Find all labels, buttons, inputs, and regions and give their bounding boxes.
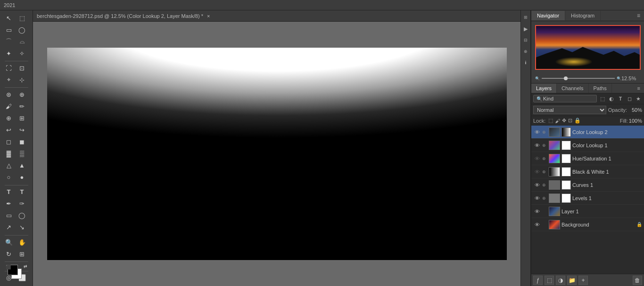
opacity-value[interactable]: 50%	[629, 107, 642, 113]
lock-transparent-icon[interactable]: ⬚	[547, 118, 554, 124]
vertical-type[interactable]: T	[16, 186, 29, 198]
art-history-brush[interactable]: ↪	[16, 125, 29, 136]
burn-tool[interactable]: ●	[16, 172, 29, 183]
pattern-stamp[interactable]: ⊞	[16, 113, 29, 124]
elliptical-marquee[interactable]: ◯	[16, 24, 29, 35]
layer-row[interactable]: 👁 ⊕ Color Lookup 1	[531, 139, 644, 152]
lasso-tool[interactable]: ⌒	[2, 36, 16, 47]
layer-visibility-icon[interactable]: 👁	[533, 128, 541, 136]
lock-image-icon[interactable]: 🖌	[554, 118, 561, 124]
tab-paths[interactable]: Paths	[589, 84, 612, 93]
tool-pair-8: 🖌 ✏	[2, 101, 31, 112]
tab-layers[interactable]: Layers	[531, 84, 557, 93]
path-selection[interactable]: ↗	[2, 222, 16, 233]
artboard-tool[interactable]: ⬚	[16, 12, 29, 24]
layer-link-icon	[541, 208, 547, 215]
layer-kind-filter[interactable]: 🔍	[533, 95, 597, 102]
layer-visibility-icon[interactable]: 👁	[533, 208, 541, 215]
layer-visibility-icon[interactable]: 👁	[533, 168, 541, 176]
layer-row[interactable]: 👁 ⊕ Black & White 1	[531, 165, 644, 178]
eyedropper[interactable]: ⌖	[2, 74, 16, 85]
perspective-crop[interactable]: ⊡	[16, 62, 29, 74]
layer-row[interactable]: 👁 Background 🔒	[531, 218, 644, 231]
new-fill-layer-button[interactable]: ◑	[556, 276, 565, 285]
color-sampler[interactable]: ⊹	[16, 74, 29, 85]
rectangular-marquee[interactable]: ▭	[2, 24, 16, 35]
blur-tool[interactable]: △	[2, 160, 16, 171]
zoom-out-icon[interactable]: 🔍	[535, 76, 540, 81]
layer-visibility-icon[interactable]: 👁	[533, 142, 541, 149]
layer-row[interactable]: 👁 ⊕ Levels 1	[531, 192, 644, 205]
zoom-tool[interactable]: 🔍	[2, 236, 16, 248]
new-layer-button[interactable]: +	[578, 276, 588, 285]
clone-stamp[interactable]: ⊕	[2, 113, 16, 124]
eraser-tool[interactable]: ◻	[2, 136, 16, 148]
rotate-view[interactable]: ↻	[2, 248, 16, 260]
document-close-button[interactable]: ×	[207, 13, 210, 19]
layer-row[interactable]: 👁 ⊕ Hue/Saturation 1	[531, 152, 644, 165]
filter-shape-icon[interactable]: ◻	[626, 95, 633, 102]
tab-channels[interactable]: Channels	[557, 84, 588, 93]
layer-filter-input[interactable]	[543, 96, 571, 101]
polygonal-lasso[interactable]: ⌓	[16, 36, 29, 47]
layer-row[interactable]: 👁 ⊕ Curves 1	[531, 178, 644, 192]
layer-visibility-icon[interactable]: 👁	[533, 194, 541, 202]
navigator-options-icon[interactable]: ≡	[633, 10, 644, 21]
paint-bucket[interactable]: ▒	[16, 148, 29, 160]
adjust-icon[interactable]: ⊟	[521, 36, 530, 44]
navigator-preview-image[interactable]	[535, 25, 641, 70]
zoom-slider[interactable]	[540, 78, 617, 79]
crop-tool[interactable]: ⛶	[2, 62, 16, 74]
filter-adjustment-icon[interactable]: ◐	[608, 95, 615, 102]
quick-select[interactable]: ✧	[16, 48, 29, 59]
layer-mask-button[interactable]: ⬚	[545, 276, 554, 285]
filter-smart-icon[interactable]: ★	[635, 95, 642, 102]
zoom-in-icon[interactable]: 🔍	[617, 76, 621, 81]
blend-mode-select[interactable]: Normal Multiply Screen	[533, 106, 606, 114]
patch-tool[interactable]: ⊕	[16, 89, 29, 101]
type-tool[interactable]: T	[2, 186, 16, 198]
misc-tool[interactable]: ⊞	[16, 248, 29, 260]
layer-visibility-icon[interactable]: 👁	[533, 221, 541, 228]
spot-healing[interactable]: ⊛	[2, 89, 16, 101]
play-icon[interactable]: ▶	[521, 25, 530, 33]
freeform-pen[interactable]: ✑	[16, 198, 29, 210]
layer-visibility-icon[interactable]: 👁	[533, 155, 541, 162]
background-eraser[interactable]: ◼	[16, 136, 29, 148]
pencil-tool[interactable]: ✏	[16, 101, 29, 112]
dodge-tool[interactable]: ○	[2, 172, 16, 183]
fill-value[interactable]: 100%	[629, 118, 642, 124]
layers-menu-icon[interactable]: ≡	[634, 84, 644, 93]
lock-position-icon[interactable]: ✥	[561, 118, 567, 124]
delete-layer-button[interactable]: 🗑	[633, 276, 642, 285]
zoom-slider-track[interactable]	[542, 78, 615, 79]
sharpen-tool[interactable]: ▲	[16, 160, 29, 171]
direct-selection[interactable]: ↘	[16, 222, 29, 233]
move-tool[interactable]: ↖	[2, 12, 16, 24]
ellipse-shape[interactable]: ◯	[16, 210, 29, 221]
default-colors-icon[interactable]: ⬛	[6, 265, 11, 269]
layer-row[interactable]: 👁 Layer 1	[531, 205, 644, 218]
brush-tool[interactable]: 🖌	[2, 101, 16, 112]
magic-wand[interactable]: ✦	[2, 48, 16, 59]
filter-type-icon[interactable]: T	[617, 95, 624, 102]
history-brush[interactable]: ↩	[2, 125, 16, 136]
layer-fx-button[interactable]: ƒ	[533, 276, 543, 285]
tab-navigator[interactable]: Navigator	[531, 11, 565, 20]
hand-tool[interactable]: ✋	[16, 236, 29, 248]
info-icon[interactable]: i	[521, 59, 530, 67]
filter-pixel-icon[interactable]: ⬚	[599, 95, 606, 102]
zoom-slider-thumb[interactable]	[564, 76, 568, 80]
measure-icon[interactable]: ⊕	[521, 47, 530, 56]
pen-tool[interactable]: ✒	[2, 198, 16, 210]
tab-histogram[interactable]: Histogram	[565, 11, 601, 20]
lock-all-icon[interactable]: 🔒	[573, 118, 582, 124]
rectangle-shape[interactable]: ▭	[2, 210, 16, 221]
layer-visibility-icon[interactable]: 👁	[533, 181, 541, 189]
new-group-button[interactable]: 📁	[567, 276, 577, 285]
layer-row[interactable]: 👁 ⊕ Color Lookup 2	[531, 126, 644, 139]
tools-icon[interactable]: ⊞	[521, 13, 530, 22]
lock-artboard-icon[interactable]: ⊡	[567, 118, 573, 124]
swap-colors-icon[interactable]: ⇄	[24, 264, 27, 269]
gradient-tool[interactable]: ▓	[2, 148, 16, 160]
